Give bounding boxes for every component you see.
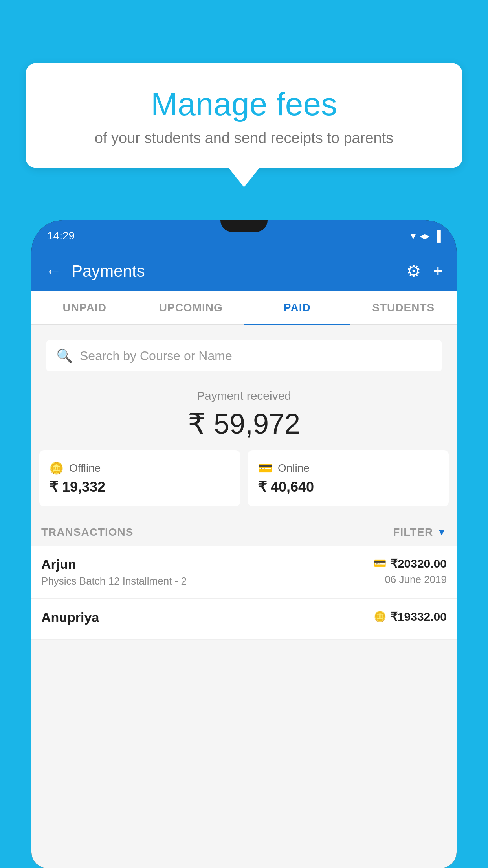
- transaction-right: 💳 ₹20320.00 06 June 2019: [374, 557, 447, 586]
- search-input[interactable]: Search by Course or Name: [80, 349, 432, 363]
- transaction-amount: 🪙 ₹19332.00: [374, 610, 447, 623]
- online-card-header: 💳 Online: [258, 461, 439, 475]
- status-time: 14:29: [47, 230, 75, 242]
- offline-amount: ₹ 19,332: [49, 479, 230, 495]
- page-title: Payments: [72, 262, 145, 281]
- add-icon[interactable]: +: [433, 262, 443, 281]
- speech-bubble: Manage fees of your students and send re…: [26, 63, 462, 168]
- offline-label: Offline: [69, 462, 101, 474]
- search-icon: 🔍: [56, 348, 73, 364]
- status-icons: ▾ ◂▸ ▐: [411, 230, 441, 242]
- online-amount: ₹ 40,640: [258, 479, 439, 495]
- transaction-name: Anupriya: [41, 610, 374, 625]
- header-right: ⚙ +: [406, 261, 443, 281]
- payment-cards: 🪙 Offline ₹ 19,332 💳 Online ₹ 40,640: [31, 450, 457, 516]
- wifi-icon: ▾: [411, 230, 416, 242]
- transaction-right: 🪙 ₹19332.00: [374, 610, 447, 627]
- bubble-title: Manage fees: [45, 86, 443, 122]
- phone-frame: 14:29 ▾ ◂▸ ▐ ← Payments ⚙ + UNPAID UPCOM…: [31, 220, 457, 868]
- card-payment-icon: 💳: [374, 557, 386, 570]
- payment-amount: ₹ 59,972: [41, 407, 447, 440]
- gear-icon[interactable]: ⚙: [406, 261, 421, 281]
- app-header: ← Payments ⚙ +: [31, 252, 457, 291]
- offline-card-header: 🪙 Offline: [49, 461, 230, 475]
- online-card: 💳 Online ₹ 40,640: [248, 450, 449, 506]
- tab-paid[interactable]: PAID: [244, 291, 350, 325]
- transactions-label: TRANSACTIONS: [41, 526, 133, 539]
- transaction-course: Physics Batch 12 Installment - 2: [41, 575, 374, 587]
- filter-text: FILTER: [393, 526, 433, 539]
- offline-icon: 🪙: [49, 461, 64, 475]
- offline-card: 🪙 Offline ₹ 19,332: [39, 450, 240, 506]
- tab-unpaid[interactable]: UNPAID: [31, 291, 138, 325]
- transaction-row[interactable]: Anupriya 🪙 ₹19332.00: [31, 599, 457, 640]
- transaction-amount: 💳 ₹20320.00: [374, 557, 447, 570]
- filter-icon: ▼: [437, 527, 447, 538]
- bubble-subtitle: of your students and send receipts to pa…: [45, 130, 443, 147]
- cash-payment-icon: 🪙: [374, 611, 386, 623]
- tab-upcoming[interactable]: UPCOMING: [138, 291, 244, 325]
- signal-icon: ◂▸: [420, 230, 430, 242]
- transaction-left: Arjun Physics Batch 12 Installment - 2: [41, 557, 374, 587]
- payment-received-section: Payment received ₹ 59,972: [31, 375, 457, 450]
- transaction-left: Anupriya: [41, 610, 374, 628]
- app-content: ← Payments ⚙ + UNPAID UPCOMING PAID STUD…: [31, 252, 457, 868]
- online-icon: 💳: [258, 461, 272, 475]
- transaction-row[interactable]: Arjun Physics Batch 12 Installment - 2 💳…: [31, 546, 457, 599]
- battery-icon: ▐: [434, 230, 441, 242]
- tab-students[interactable]: STUDENTS: [350, 291, 457, 325]
- transaction-name: Arjun: [41, 557, 374, 572]
- tabs-container: UNPAID UPCOMING PAID STUDENTS: [31, 291, 457, 325]
- transactions-header: TRANSACTIONS FILTER ▼: [31, 516, 457, 546]
- payment-received-label: Payment received: [41, 389, 447, 403]
- online-label: Online: [278, 462, 310, 474]
- header-left: ← Payments: [45, 262, 145, 281]
- transaction-date: 06 June 2019: [374, 574, 447, 586]
- status-bar: 14:29 ▾ ◂▸ ▐: [31, 220, 457, 252]
- back-button[interactable]: ←: [45, 263, 62, 280]
- filter-button[interactable]: FILTER ▼: [393, 526, 447, 539]
- search-bar[interactable]: 🔍 Search by Course or Name: [46, 340, 442, 371]
